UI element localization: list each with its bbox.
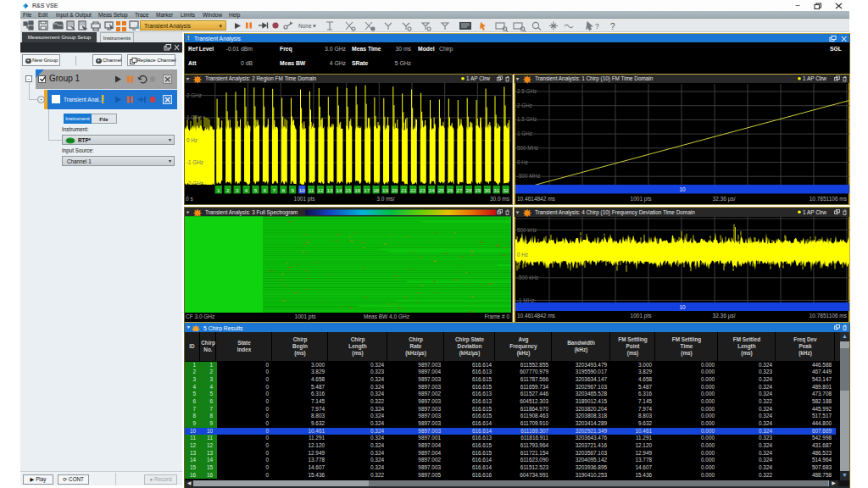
svg-text:0 Hz: 0 Hz	[186, 137, 198, 143]
svg-text:1001 pts: 1001 pts	[631, 196, 653, 202]
svg-text:30: 30	[484, 187, 490, 193]
svg-text:Transient Analysis: 4 Chirp (1: Transient Analysis: 4 Chirp (10) Frequen…	[535, 209, 695, 216]
svg-text:1001 pts: 1001 pts	[631, 313, 653, 319]
svg-text:1 AP Clrw: 1 AP Clrw	[803, 75, 826, 81]
svg-text:0 Hz: 0 Hz	[517, 252, 528, 258]
svg-text:-1 GHz: -1 GHz	[186, 159, 203, 165]
svg-text:0 Hz: 0 Hz	[517, 159, 528, 165]
svg-text:12: 12	[318, 187, 324, 193]
svg-text:-500 kHz: -500 kHz	[517, 274, 538, 280]
svg-text:6: 6	[264, 187, 267, 193]
svg-text:27: 27	[457, 187, 463, 193]
svg-text:4: 4	[245, 187, 248, 193]
svg-text:500 MHz: 500 MHz	[517, 145, 538, 151]
svg-text:Frame # 0: Frame # 0	[484, 313, 509, 319]
svg-text:5: 5	[254, 187, 258, 193]
svg-text:1 AP Clrw: 1 AP Clrw	[466, 75, 490, 81]
svg-text:26: 26	[448, 187, 453, 193]
svg-text:3.0 ms/: 3.0 ms/	[376, 196, 395, 202]
svg-text:8: 8	[282, 187, 286, 193]
svg-text:18: 18	[373, 187, 379, 193]
svg-text:20: 20	[392, 187, 398, 193]
svg-text:Transient Analysis: 1 Chirp (1: Transient Analysis: 1 Chirp (10) FM Time…	[535, 75, 654, 82]
svg-text:21: 21	[401, 187, 407, 193]
svg-text:-500 MHz: -500 MHz	[517, 173, 540, 179]
svg-text:29: 29	[475, 187, 481, 193]
svg-text:CF 3.0 GHz: CF 3.0 GHz	[186, 313, 214, 319]
svg-text:Transient Analysis: 3 Full Spe: Transient Analysis: 3 Full Spectrogram	[205, 209, 298, 216]
svg-text:1.5 GHz: 1.5 GHz	[517, 116, 537, 122]
svg-text:Transient Analysis: 2 Region F: Transient Analysis: 2 Region FM Time Dom…	[205, 75, 317, 82]
svg-text:Meas BW 4.0 GHz: Meas BW 4.0 GHz	[364, 313, 409, 319]
svg-text:32: 32	[503, 187, 509, 193]
svg-text:22: 22	[410, 187, 416, 193]
svg-text:23: 23	[420, 187, 426, 193]
svg-text:30.0 ms: 30.0 ms	[490, 196, 510, 202]
svg-text:1 GHz: 1 GHz	[517, 130, 532, 136]
svg-text:1001 pts: 1001 pts	[295, 313, 317, 320]
svg-text:2.5 GHz: 2.5 GHz	[517, 88, 537, 94]
svg-text:15: 15	[345, 187, 351, 193]
svg-text:2 GHz: 2 GHz	[186, 92, 202, 98]
svg-text:9: 9	[291, 187, 294, 193]
svg-text:19: 19	[382, 187, 388, 193]
svg-text:10.4614842 ms: 10.4614842 ms	[517, 313, 556, 319]
svg-text:10: 10	[679, 186, 686, 192]
svg-text:2 GHz: 2 GHz	[517, 103, 532, 108]
svg-text:31: 31	[493, 187, 499, 193]
svg-text:1 AP Clrw: 1 AP Clrw	[803, 209, 826, 215]
svg-text:28: 28	[465, 187, 471, 193]
svg-text:14: 14	[336, 187, 342, 193]
svg-text:10: 10	[679, 304, 686, 310]
svg-text:500 kHz: 500 kHz	[517, 227, 537, 233]
svg-text:10.7851106 ms: 10.7851106 ms	[810, 313, 848, 319]
svg-text:1001 pts: 1001 pts	[294, 196, 316, 202]
svg-text:17: 17	[364, 187, 370, 193]
svg-text:0 s: 0 s	[186, 196, 193, 202]
svg-text:11: 11	[309, 187, 314, 193]
svg-text:7: 7	[273, 187, 276, 193]
svg-text:13: 13	[327, 187, 333, 193]
svg-text:32.36 µs/: 32.36 µs/	[713, 313, 736, 319]
svg-text:10: 10	[299, 187, 305, 193]
svg-text:3: 3	[236, 187, 239, 193]
svg-text:10.4614842 ms: 10.4614842 ms	[517, 196, 556, 202]
svg-text:24: 24	[429, 187, 435, 193]
svg-text:1: 1	[217, 187, 220, 193]
svg-text:25: 25	[438, 187, 444, 193]
svg-text:-1 MHz: -1 MHz	[517, 297, 534, 303]
svg-text:32.36 µs/: 32.36 µs/	[713, 196, 736, 202]
svg-text:2: 2	[226, 187, 230, 193]
svg-text:5 Chirp Results: 5 Chirp Results	[203, 325, 243, 331]
svg-text:16: 16	[354, 187, 360, 193]
svg-text:1 GHz: 1 GHz	[186, 114, 202, 120]
svg-text:10.7851106 ms: 10.7851106 ms	[810, 196, 848, 202]
